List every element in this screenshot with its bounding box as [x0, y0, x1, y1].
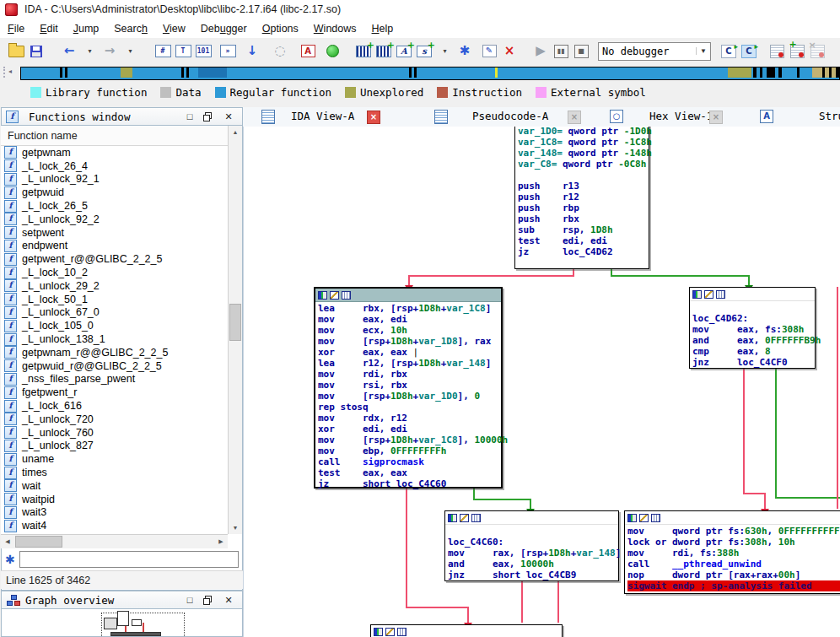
block-entry[interactable]: var_1D8= qword ptr -1D8hvar_1D0= qword p…	[514, 127, 649, 269]
struct-caret-icon-button[interactable]: ▾	[435, 41, 454, 62]
menu-jump[interactable]: Jump	[66, 20, 107, 37]
attach-process-icon-button[interactable]: C	[719, 41, 738, 62]
breakpoint-add-icon-button[interactable]	[788, 41, 806, 62]
function-list-item[interactable]: f_L_unlock_138_1	[1, 332, 228, 346]
menu-file[interactable]: File	[0, 20, 32, 37]
block-loc-c4c60[interactable]: loc_C4C60:mov rax, [rsp+1D8h+var_148]and…	[444, 510, 619, 581]
function-list-item[interactable]: f_L_unlock_760	[1, 426, 228, 440]
function-list-item[interactable]: f_L_lock_616	[1, 399, 228, 413]
menu-options[interactable]: Options	[255, 20, 306, 37]
block-group-icon[interactable]	[651, 514, 660, 522]
function-list-item[interactable]: f_L_lock_26_4	[1, 159, 228, 173]
block-unwind[interactable]: mov qword ptr fs:630h, 0FFFFFFFFFFFFFFFF…	[624, 510, 840, 594]
function-list-item[interactable]: ftimes	[1, 466, 228, 479]
function-list-item[interactable]: fwaitpid	[1, 493, 228, 506]
function-list-item[interactable]: f_L_lock_26_5	[1, 199, 228, 213]
graph-view-canvas[interactable]: var_1D8= qword ptr -1D8hvar_1D0= qword p…	[243, 127, 840, 637]
function-list-item[interactable]: fgetpwuid	[1, 186, 228, 199]
filter-clear-icon[interactable]: ✱	[5, 553, 15, 566]
jump-down-icon-button[interactable]: ↓	[243, 41, 261, 62]
filter-input[interactable]	[19, 551, 239, 568]
function-list-item[interactable]: f_L_unlock_827	[1, 440, 228, 453]
back-caret-icon-button[interactable]: ▾	[80, 41, 99, 62]
function-list-item[interactable]: f_L_unlock_92_2	[1, 213, 228, 226]
menu-search[interactable]: Search	[106, 20, 155, 37]
vertical-scrollbar-thumb[interactable]	[229, 304, 241, 341]
function-name-column-header[interactable]: Function name	[1, 126, 228, 146]
tab-close-icon[interactable]: ×	[367, 111, 380, 124]
maximize-button[interactable]: □	[183, 111, 197, 121]
scroll-left-icon[interactable]: ◀	[1, 535, 14, 548]
function-list-item[interactable]: fwait	[1, 479, 228, 493]
jump-address-icon-button[interactable]: #	[153, 41, 172, 62]
jump-number-icon-button[interactable]: 101	[194, 41, 213, 62]
maximize-button[interactable]: □	[183, 595, 197, 605]
function-list-item[interactable]: ffgetpwent_r	[1, 386, 228, 399]
scroll-right-icon[interactable]: ▶	[214, 535, 228, 548]
jump-name-icon-button[interactable]: T	[174, 41, 192, 62]
jump-xref-icon-button[interactable]: »	[218, 41, 237, 62]
make-string-icon-button[interactable]: A	[395, 41, 413, 62]
menu-debugger[interactable]: Debugger	[193, 20, 255, 37]
block-group-icon[interactable]	[397, 628, 407, 636]
function-list-item[interactable]: fwait4	[1, 519, 228, 532]
analysis-warning-icon-button[interactable]: A	[299, 41, 317, 62]
tab-close-icon[interactable]: ×	[568, 111, 581, 124]
block-current[interactable]: lea rbx, [rsp+1D8h+var_1C8]mov eax, edim…	[314, 287, 503, 489]
graph-overview-map[interactable]	[1, 609, 243, 637]
function-list-item[interactable]: f_L_unlock_29_2	[1, 279, 228, 293]
tab-stru[interactable]: Stru	[819, 107, 840, 126]
block-edit-icon[interactable]	[460, 514, 469, 522]
tab-pseudocode-a[interactable]: Pseudocode-A	[472, 107, 548, 126]
debug-pause-icon-button[interactable]: ▮▮	[552, 41, 570, 62]
tab-hex-view-1[interactable]: Hex View-1	[649, 107, 713, 126]
restore-button[interactable]	[203, 112, 212, 121]
close-button[interactable]: ✕	[222, 111, 235, 122]
scroll-down-icon[interactable]: ▼	[229, 521, 242, 534]
block-group-icon[interactable]	[716, 290, 725, 299]
menu-view[interactable]: View	[155, 20, 193, 37]
function-list-item[interactable]: fsetpwent	[1, 226, 228, 240]
function-list-item[interactable]: f_nss_files_parse_pwent	[1, 373, 228, 386]
block-color-icon[interactable]	[627, 514, 637, 522]
drag-handle[interactable]	[3, 67, 8, 78]
block-bottom-partial[interactable]	[370, 624, 563, 637]
block-group-icon[interactable]	[342, 291, 351, 300]
menu-edit[interactable]: Edit	[32, 20, 66, 37]
forward-caret-icon-button[interactable]: ▾	[121, 41, 139, 62]
open-file-icon-button[interactable]	[7, 41, 25, 62]
function-list-item[interactable]: fgetpwnam	[1, 146, 228, 159]
delete-function-icon-button[interactable]: ×	[500, 41, 519, 62]
function-list-item[interactable]: f_L_unlock_92_1	[1, 173, 228, 186]
block-color-icon[interactable]	[318, 291, 327, 300]
make-data-icon-button[interactable]	[374, 41, 393, 62]
breakpoint-del-icon-button[interactable]	[808, 41, 827, 62]
make-unknown-icon-button[interactable]: ✱	[455, 41, 474, 62]
function-list-item[interactable]: f_L_lock_10_2	[1, 266, 228, 279]
debug-start-icon-button[interactable]: ▶	[531, 41, 550, 62]
function-list-item[interactable]: f_L_lock_105_0	[1, 319, 228, 332]
block-edit-icon[interactable]	[639, 514, 649, 522]
edit-function-icon-button[interactable]: ✎	[480, 41, 498, 62]
breakpoint-list-icon-button[interactable]	[767, 41, 786, 62]
dropdown-caret-icon[interactable]: ▼	[696, 47, 710, 55]
debugger-select[interactable]: No debugger▼	[598, 42, 711, 61]
function-list-item[interactable]: funame	[1, 452, 228, 466]
save-icon-button[interactable]	[27, 41, 46, 62]
function-list-item[interactable]: f_L_lock_50_1	[1, 293, 228, 306]
detach-process-icon-button[interactable]: C	[740, 41, 758, 62]
block-edit-icon[interactable]	[385, 628, 395, 636]
back-icon-button[interactable]: ←	[60, 41, 78, 62]
tab-ida-view-a[interactable]: IDA View-A	[291, 107, 354, 126]
block-color-icon[interactable]	[374, 628, 383, 636]
navband-left-arrow-icon[interactable]: ◂	[8, 67, 12, 75]
block-color-icon[interactable]	[448, 514, 457, 522]
menu-windows[interactable]: Windows	[306, 20, 364, 37]
make-code-icon-button[interactable]	[354, 41, 373, 62]
navigation-band[interactable]	[20, 67, 840, 80]
function-list-item[interactable]: fgetpwnam_r@@GLIBC_2_2_5	[1, 346, 228, 359]
scroll-up-icon[interactable]: ▲	[229, 126, 242, 138]
block-edit-icon[interactable]	[704, 290, 713, 299]
make-struct-icon-button[interactable]: s	[415, 41, 433, 62]
function-list-item[interactable]: f_L_unlock_720	[1, 413, 228, 426]
